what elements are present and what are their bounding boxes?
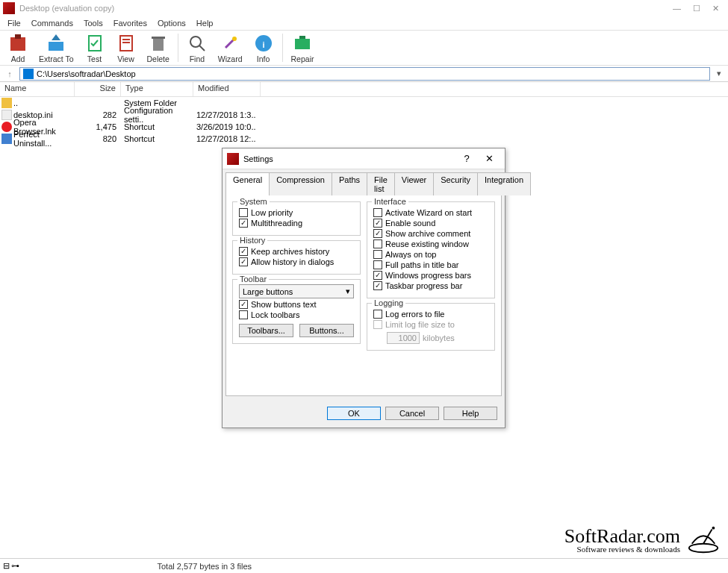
toolbar-test[interactable]: Test — [80, 31, 110, 65]
chk-log-errors[interactable]: Log errors to file — [373, 310, 488, 319]
svg-point-18 — [689, 544, 718, 553]
toolbar-extract[interactable]: Extract To — [34, 31, 78, 65]
svg-line-11 — [199, 46, 205, 51]
tab-strip: General Compression Paths File list View… — [223, 169, 505, 195]
help-button[interactable]: Help — [444, 407, 497, 420]
folder-icon — [1, 98, 12, 108]
file-row[interactable]: Perfect Uninstall... 820Shortcut12/27/20… — [0, 133, 728, 145]
menu-file[interactable]: File — [3, 17, 25, 29]
chk-show-comment[interactable]: Show archive comment — [373, 229, 488, 238]
tab-integration[interactable]: Integration — [477, 172, 531, 195]
tab-security[interactable]: Security — [433, 172, 478, 195]
group-toolbar: Toolbar Large buttons▾ Show buttons text… — [232, 279, 361, 344]
address-input[interactable]: C:\Users\softradar\Desktop — [19, 67, 710, 81]
toolbar-view[interactable]: View — [111, 31, 141, 65]
svg-rect-17 — [299, 36, 305, 39]
cancel-button[interactable]: Cancel — [385, 407, 439, 420]
delete-icon — [148, 33, 169, 54]
dialog-title: Settings — [243, 154, 455, 163]
main-toolbar: Add Extract To Test View Delete Find Wiz… — [0, 30, 728, 66]
chk-activate-wizard[interactable]: Activate Wizard on start — [373, 208, 488, 217]
toolbar-delete[interactable]: Delete — [143, 31, 174, 65]
svg-rect-2 — [49, 42, 63, 51]
log-size-unit: kilobytes — [423, 334, 455, 342]
window-title: Desktop (evaluation copy) — [19, 4, 673, 13]
tab-compression[interactable]: Compression — [269, 172, 332, 195]
toolbar-wizard[interactable]: Wizard — [214, 31, 247, 65]
dialog-titlebar: Settings ? ✕ — [223, 148, 505, 169]
chk-win-progress[interactable]: Windows progress bars — [373, 271, 488, 280]
file-row[interactable]: .. System Folder — [0, 97, 728, 109]
minimize-button[interactable]: — — [673, 4, 681, 13]
toolbars-button[interactable]: Toolbars... — [239, 324, 293, 337]
status-icons: ⊟ ⊶ — [0, 561, 30, 571]
toolbar-info[interactable]: iInfo — [249, 31, 279, 65]
chk-lock-toolbars[interactable]: Lock toolbars — [239, 310, 354, 319]
tab-panel: System Low priority Multithreading Histo… — [225, 195, 502, 396]
maximize-button[interactable]: ☐ — [693, 4, 700, 13]
svg-rect-8 — [153, 39, 164, 51]
chk-multithreading[interactable]: Multithreading — [239, 219, 354, 228]
toolbar-size-select[interactable]: Large buttons▾ — [239, 284, 354, 298]
tab-general[interactable]: General — [225, 172, 270, 195]
toolbar-repair[interactable]: Repair — [287, 31, 319, 65]
chk-allow-history[interactable]: Allow history in dialogs — [239, 257, 354, 266]
tab-filelist[interactable]: File list — [367, 172, 395, 195]
address-text: C:\Users\softradar\Desktop — [37, 69, 136, 78]
close-button[interactable]: ✕ — [712, 4, 719, 13]
address-dropdown[interactable]: ▾ — [713, 69, 725, 78]
view-icon — [116, 33, 137, 54]
menu-tools[interactable]: Tools — [79, 17, 108, 29]
status-text: Total 2,577 bytes in 3 files — [30, 562, 379, 571]
tab-viewer[interactable]: Viewer — [394, 172, 434, 195]
radar-icon — [686, 522, 721, 557]
info-icon: i — [253, 33, 274, 54]
file-icon — [1, 134, 12, 144]
buttons-button[interactable]: Buttons... — [299, 324, 354, 337]
col-modified[interactable]: Modified — [193, 82, 261, 96]
window-titlebar: Desktop (evaluation copy) — ☐ ✕ — [0, 0, 728, 16]
svg-rect-6 — [122, 39, 130, 40]
menu-options[interactable]: Options — [153, 17, 190, 29]
col-size[interactable]: Size — [75, 82, 121, 96]
chk-low-priority[interactable]: Low priority — [239, 208, 354, 217]
chk-limit-log: Limit log file size to — [373, 320, 488, 329]
close-button[interactable]: ✕ — [478, 153, 500, 164]
chk-taskbar-progress[interactable]: Taskbar progress bar — [373, 281, 488, 290]
menu-commands[interactable]: Commands — [27, 17, 78, 29]
svg-point-13 — [232, 37, 237, 41]
settings-dialog: Settings ? ✕ General Compression Paths F… — [222, 148, 505, 428]
col-name[interactable]: Name — [0, 82, 75, 96]
chk-always-on-top[interactable]: Always on top — [373, 250, 488, 259]
chk-full-paths[interactable]: Full paths in title bar — [373, 260, 488, 269]
toolbar-add[interactable]: Add — [3, 31, 33, 65]
file-row[interactable]: Opera Browser.lnk 1,475Shortcut3/26/2019… — [0, 121, 728, 133]
help-button[interactable]: ? — [455, 153, 478, 164]
chk-show-buttons-text[interactable]: Show buttons text — [239, 300, 354, 309]
menubar: File Commands Tools Favorites Options He… — [0, 16, 728, 30]
ok-button[interactable]: OK — [327, 407, 381, 420]
address-bar: ↑ C:\Users\softradar\Desktop ▾ — [0, 66, 728, 82]
svg-text:i: i — [262, 40, 264, 49]
chk-reuse-window[interactable]: Reuse existing window — [373, 239, 488, 248]
file-row[interactable]: desktop.ini 282Configuration setti..12/2… — [0, 109, 728, 121]
key-icon: ⊶ — [11, 561, 19, 571]
toolbar-find[interactable]: Find — [182, 31, 212, 65]
group-logging: Logging Log errors to file Limit log fil… — [367, 303, 495, 351]
test-icon — [84, 33, 105, 54]
disk-icon: ⊟ — [3, 561, 10, 571]
app-icon — [227, 153, 239, 165]
svg-rect-1 — [15, 34, 21, 39]
chk-keep-history[interactable]: Keep archives history — [239, 247, 354, 256]
col-type[interactable]: Type — [121, 82, 193, 96]
status-bar: ⊟ ⊶ Total 2,577 bytes in 3 files — [0, 558, 728, 573]
menu-help[interactable]: Help — [192, 17, 218, 29]
tab-paths[interactable]: Paths — [332, 172, 367, 195]
chevron-down-icon: ▾ — [346, 286, 350, 296]
menu-favorites[interactable]: Favorites — [109, 17, 152, 29]
watermark: SoftRadar.com Software reviews & downloa… — [564, 522, 721, 557]
up-button[interactable]: ↑ — [3, 69, 16, 78]
dialog-buttons: OK Cancel Help — [223, 399, 505, 428]
chk-enable-sound[interactable]: Enable sound — [373, 219, 488, 228]
group-interface: Interface Activate Wizard on start Enabl… — [367, 201, 495, 298]
